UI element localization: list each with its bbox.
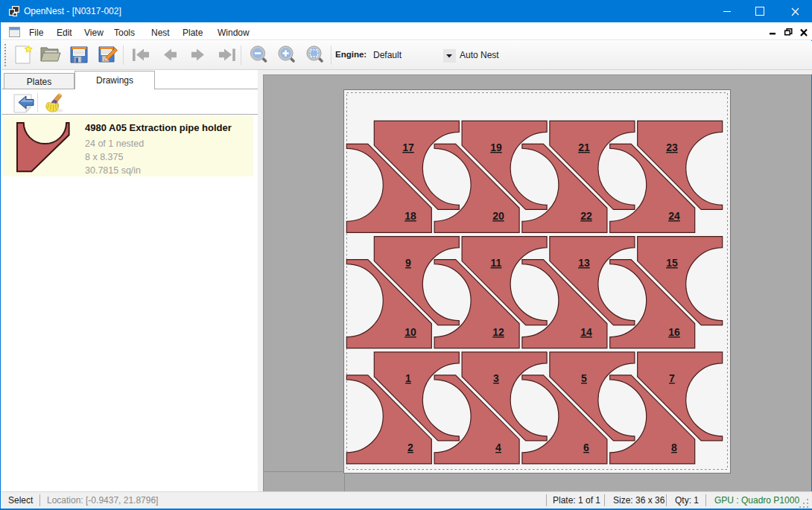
svg-text:6: 6 — [583, 442, 589, 453]
svg-text:17: 17 — [402, 141, 414, 153]
svg-text:2: 2 — [407, 442, 413, 453]
svg-text:9: 9 — [405, 257, 411, 269]
svg-text:23: 23 — [666, 141, 678, 153]
svg-text:22: 22 — [580, 210, 592, 222]
svg-text:8: 8 — [671, 442, 677, 453]
svg-text:3: 3 — [493, 372, 499, 384]
svg-text:7: 7 — [669, 372, 675, 384]
svg-text:12: 12 — [492, 326, 504, 338]
svg-text:19: 19 — [490, 141, 502, 153]
svg-text:5: 5 — [581, 372, 587, 384]
svg-text:10: 10 — [405, 326, 416, 338]
svg-text:21: 21 — [578, 141, 590, 153]
svg-text:13: 13 — [578, 257, 590, 269]
svg-text:18: 18 — [405, 210, 416, 222]
svg-text:20: 20 — [492, 210, 504, 222]
svg-text:4: 4 — [495, 442, 501, 453]
svg-text:16: 16 — [668, 326, 680, 338]
svg-text:11: 11 — [491, 257, 502, 269]
svg-text:14: 14 — [580, 326, 592, 338]
svg-text:15: 15 — [666, 257, 678, 269]
svg-text:1: 1 — [405, 372, 411, 384]
svg-text:24: 24 — [668, 210, 680, 222]
